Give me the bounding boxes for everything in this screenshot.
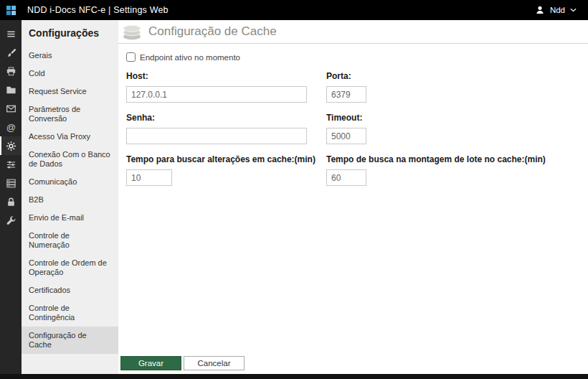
sidebar-item-gerais[interactable]: Gerais	[22, 47, 118, 65]
nav-printer[interactable]	[0, 62, 22, 80]
endpoint-active-row: Endpoint ativo no momento	[126, 52, 588, 62]
sidebar-item-cold[interactable]: Cold	[22, 65, 118, 83]
at-sign-icon: @	[6, 122, 16, 133]
host-field: Host:	[126, 71, 326, 103]
sidebar-item-request-service[interactable]: Request Service	[22, 83, 118, 100]
wrench-icon	[6, 215, 16, 226]
timeout-label: Timeout:	[326, 113, 588, 123]
page-header: Configuração de Cache	[118, 20, 588, 43]
sidebar-item-conexao-banco[interactable]: Conexão Com o Banco de Dados	[22, 146, 118, 173]
endpoint-active-label: Endpoint ativo no momento	[140, 53, 240, 62]
porta-label: Porta:	[326, 71, 588, 81]
folder-icon	[6, 85, 16, 95]
tempo-busca-lote-label: Tempo de busca na montagem de lote no ca…	[326, 154, 588, 164]
sidebar-item-envio-email[interactable]: Envio de E-mail	[22, 209, 118, 227]
nav-mail[interactable]	[0, 99, 22, 118]
nav-lock[interactable]	[0, 192, 22, 211]
timeout-field: Timeout:	[326, 113, 588, 144]
printer-icon	[6, 66, 16, 77]
sidebar-item-controle-ordem[interactable]: Controle de Ordem de Operação	[22, 254, 118, 281]
tempo-busca-alteracoes-field: Tempo para buscar alterações em cache:(m…	[126, 154, 326, 186]
main-layout: @	[0, 20, 588, 374]
sidebar-item-controle-numeracao[interactable]: Controle de Numeração	[22, 227, 118, 254]
gear-icon	[6, 141, 16, 151]
nav-sliders[interactable]	[0, 155, 22, 174]
porta-field: Porta:	[326, 71, 588, 103]
tempo-busca-lote-field: Tempo de busca na montagem de lote no ca…	[326, 154, 588, 186]
cancel-button[interactable]: Cancelar	[184, 356, 245, 370]
sidebar-title: Configurações	[22, 20, 118, 47]
apps-grid-icon	[6, 5, 16, 16]
user-menu[interactable]: Ndd	[529, 0, 588, 20]
main-panel: Configuração de Cache Endpoint ativo no …	[118, 20, 588, 374]
menu-icon	[6, 29, 16, 39]
host-label: Host:	[126, 71, 326, 81]
chevron-down-icon	[570, 8, 577, 12]
tempo-busca-lote-input[interactable]	[326, 169, 366, 186]
sidebar-item-b2b[interactable]: B2B	[22, 191, 118, 209]
nav-wrench[interactable]	[0, 211, 22, 230]
topbar: NDD i-Docs NFC-e | Settings Web Ndd	[0, 0, 588, 20]
mail-icon	[6, 103, 16, 114]
svg-text:@: @	[6, 122, 15, 133]
endpoint-active-checkbox[interactable]	[126, 52, 136, 62]
cache-stack-icon	[120, 22, 143, 42]
senha-label: Senha:	[126, 113, 326, 123]
save-button[interactable]: Gravar	[120, 356, 181, 370]
tempo-busca-alteracoes-input[interactable]	[126, 169, 172, 186]
server-stack-icon	[6, 178, 16, 189]
tempo-busca-alteracoes-label: Tempo para buscar alterações em cache:(m…	[126, 154, 326, 164]
sidebar-item-comunicacao[interactable]: Comunicação	[22, 173, 118, 191]
nav-server-stack[interactable]	[0, 174, 22, 192]
lock-icon	[6, 197, 16, 207]
user-name: Ndd	[550, 6, 565, 14]
nav-folder[interactable]	[0, 80, 22, 99]
form-grid: Host: Porta: Senha: Timeout: Tempo para …	[126, 71, 588, 186]
nav-menu[interactable]	[0, 24, 22, 43]
brush-icon	[6, 47, 16, 58]
apps-menu-button[interactable]	[0, 0, 22, 20]
senha-input[interactable]	[126, 128, 307, 144]
nav-settings[interactable]	[0, 136, 22, 155]
porta-input[interactable]	[326, 86, 366, 103]
sidebar-item-controle-contingencia[interactable]: Controle de Contingência	[22, 299, 118, 327]
host-input[interactable]	[126, 86, 307, 103]
user-icon	[535, 5, 545, 15]
sidebar-item-certificados[interactable]: Certificados	[22, 281, 118, 299]
nav-brush[interactable]	[0, 43, 22, 62]
page-title: Configuração de Cache	[148, 24, 277, 39]
timeout-input[interactable]	[326, 128, 366, 144]
settings-sidebar: Configurações Gerais Cold Request Servic…	[22, 20, 118, 374]
app-title: NDD i-Docs NFC-e | Settings Web	[27, 5, 169, 15]
sliders-icon	[6, 159, 16, 170]
sidebar-item-acesso-proxy[interactable]: Acesso Via Proxy	[22, 128, 118, 146]
senha-field: Senha:	[126, 113, 326, 144]
sidebar-item-parametros-conversao[interactable]: Parâmetros de Conversão	[22, 100, 118, 128]
sidebar-item-configuracao-cache[interactable]: Configuração de Cache	[22, 327, 118, 354]
nav-at-sign[interactable]: @	[0, 118, 22, 136]
form-actions: Gravar Cancelar	[120, 356, 245, 370]
cache-settings-form: Endpoint ativo no momento Host: Porta: S…	[118, 44, 588, 186]
icon-rail: @	[0, 20, 22, 374]
footer-bar	[0, 374, 588, 379]
